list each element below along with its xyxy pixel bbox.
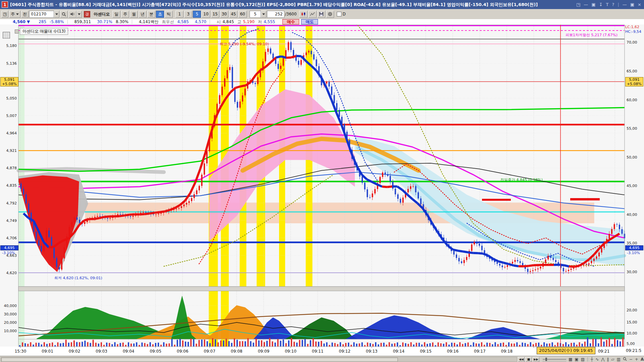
save-button[interactable]	[317, 11, 325, 18]
period-button-월[interactable]: 월	[130, 11, 138, 18]
indicator-title[interactable]: 아센디오 매물대 수(13)	[20, 28, 68, 35]
interval-button-30[interactable]: 30	[220, 11, 228, 18]
high-price: 5,190	[243, 19, 255, 24]
time-axis-label: 09:21	[598, 349, 610, 354]
interval-button-60[interactable]: 60	[238, 11, 247, 18]
help-icon[interactable]: ?	[612, 2, 614, 7]
slider-knob[interactable]	[545, 358, 547, 361]
font-size-icon[interactable]: A	[641, 357, 644, 361]
sub-axis-label: 30,000	[4, 312, 17, 316]
horizontal-scrollbar[interactable]	[1, 357, 517, 362]
time-axis-label: 09:18	[501, 349, 513, 354]
right-axis-label: 60,00	[627, 98, 637, 102]
indicator-header: 아센디오 매물대 수(13)	[15, 28, 68, 35]
bar-total-label: /3600	[285, 12, 297, 16]
zoom-in-icon[interactable]: +	[635, 357, 638, 361]
clone-window-icon[interactable]: ◳	[576, 2, 580, 7]
magnifier-icon[interactable]	[623, 357, 627, 362]
interval-button-5[interactable]: 5	[193, 11, 201, 18]
period-button-group: 일주월년분초틱	[112, 11, 173, 18]
interval-button-10[interactable]: 10	[202, 11, 210, 18]
interval-button-1[interactable]: 1	[175, 11, 183, 18]
trendline-tool-icon[interactable]: ∿	[595, 357, 599, 361]
minimize-icon[interactable]: —	[623, 2, 627, 7]
eraser-tool-icon[interactable]: ▱	[611, 357, 614, 361]
down-arrow-icon: ▼	[27, 19, 30, 24]
pivot-resistance-label: 피봇1차저항선 5,217 (7.67%)	[566, 33, 618, 38]
cascade-icon[interactable]: ▣	[575, 357, 578, 361]
open-label: 시	[217, 19, 221, 25]
sub-right-axis-label: 10,00	[627, 331, 637, 336]
text-tool-icon[interactable]: T	[606, 2, 609, 7]
d-checkbox[interactable]	[337, 12, 341, 16]
stock-code-input[interactable]: 012170	[29, 11, 54, 18]
replay-forward-button[interactable]: ▶▶	[533, 357, 539, 362]
search-button[interactable]	[60, 11, 68, 18]
duplicate-window-icon[interactable]: ▣	[591, 2, 595, 7]
sell-button[interactable]: 매도	[301, 19, 318, 24]
crosshair-tool-icon[interactable]: ┼	[591, 357, 593, 361]
price-axis-label: 5,007	[6, 114, 17, 118]
zoom-out-icon[interactable]: −	[629, 357, 633, 361]
pin-icon[interactable]: ↧	[599, 2, 603, 7]
period-button-분[interactable]: 분	[147, 11, 155, 18]
pattern-icon[interactable]: ▨	[581, 357, 585, 361]
sound-alert-button[interactable]	[68, 11, 76, 18]
buy-button[interactable]: 매수	[282, 19, 299, 24]
chart-window-icon[interactable]: ▥	[616, 357, 620, 361]
period-button-년[interactable]: 년	[139, 11, 147, 18]
period-button-일[interactable]: 일	[112, 11, 120, 18]
quote-info-bar: 4,560 ▼ 285 -5.88% 859,311 30.71% 8.30% …	[0, 19, 644, 25]
prev-stock-button[interactable]: 전	[21, 11, 29, 18]
settings-button[interactable]	[326, 11, 334, 18]
time-axis-label: 09:02	[69, 349, 80, 354]
tick-dropdown-button[interactable]	[261, 11, 266, 18]
time-axis-label: 09:09	[258, 349, 270, 354]
bar-count-input[interactable]: 252	[267, 11, 284, 18]
time-axis-label: 09:06	[177, 349, 189, 354]
right-axis-label: 35,00	[627, 241, 637, 245]
zigzag-tool-icon[interactable]: ⋀	[601, 357, 604, 361]
interval-button-group: 1351015304560	[175, 11, 247, 18]
asset-type-dropdown[interactable]: 주	[9, 11, 20, 18]
session-low-annotation: 최저 4,620 (1.62%, 09:01)	[54, 276, 102, 281]
period-button-초[interactable]: 초	[156, 11, 164, 18]
candle-style-button[interactable]	[299, 11, 308, 18]
lower-marker-pct-left: -3.10%	[2, 251, 15, 255]
session-high-annotation: 최고 5,190 (-9.54%, 09:10)	[220, 42, 269, 47]
price-axis-label: 4,749	[6, 219, 17, 223]
interval-button-15[interactable]: 15	[211, 11, 219, 18]
period-button-틱[interactable]: 틱	[165, 11, 173, 18]
trade-value: 4,141백만	[139, 19, 158, 25]
interval-button-45[interactable]: 45	[229, 11, 237, 18]
minimize-strip-icon[interactable]: —	[584, 2, 588, 7]
volume-ratio: 30.71%	[97, 19, 112, 24]
collapse-square-icon[interactable]	[15, 29, 19, 34]
window-select-icon[interactable]: ◳	[1, 11, 8, 18]
add-pane-icon[interactable]: ▦	[569, 357, 572, 361]
tick-count-dropdown[interactable]: 5	[250, 11, 261, 18]
speed-slider[interactable]	[543, 358, 566, 361]
restore-icon[interactable]: ▣	[630, 2, 634, 7]
upper-marker-price: 5,091	[1, 77, 18, 82]
replay-stop-button[interactable]: ■	[525, 357, 532, 362]
interval-button-3[interactable]: 3	[184, 11, 192, 18]
price-axis-label: 5,180	[6, 44, 17, 48]
volume-profile-grid-icon[interactable]	[3, 32, 10, 39]
time-axis-label: 09:11	[312, 349, 324, 354]
right-axis-label: 45,00	[627, 184, 637, 188]
lower-marker-left: 4,695	[0, 245, 18, 250]
sound-dropdown-button[interactable]	[76, 11, 82, 18]
time-axis-label: 15:30	[15, 349, 26, 354]
chart-plot[interactable]: 5,1805,1365,0505,0074,9644,9214,8784,835…	[0, 24, 644, 356]
scrollbar-thumb[interactable]	[1, 358, 398, 362]
period-button-주[interactable]: 주	[121, 11, 129, 18]
line-style-button[interactable]	[308, 11, 317, 18]
parallel-line-tool-icon[interactable]: ∥	[607, 357, 609, 361]
caution-badge: 경	[84, 11, 90, 17]
code-dropdown-button[interactable]	[54, 11, 59, 18]
close-icon[interactable]: ×	[638, 2, 641, 7]
crosshair-date-box: 2025/04/02(수) 09:19:45	[537, 347, 595, 354]
replay-back-button[interactable]: ◀◀	[518, 357, 525, 362]
price-axis-label: 5,050	[6, 96, 17, 101]
